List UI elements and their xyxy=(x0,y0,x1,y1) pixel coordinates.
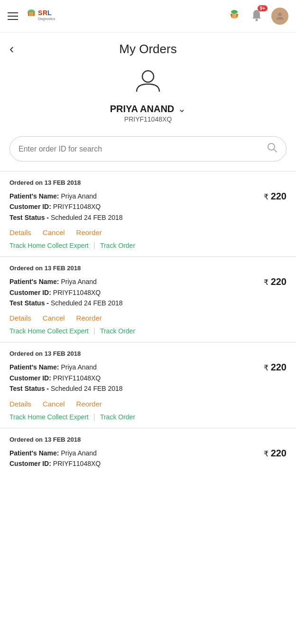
order-patient-name: Patient's Name: Priya Anand xyxy=(9,276,264,287)
svg-text:Diagnostics: Diagnostics xyxy=(38,17,56,21)
order-actions: DetailsCancelReorder xyxy=(9,400,287,408)
hamburger-menu[interactable] xyxy=(8,12,18,20)
order-card: Ordered on 13 FEB 2018 Patient's Name: P… xyxy=(0,342,296,427)
order-test-status: Test Status - Scheduled 24 FEB 2018 xyxy=(9,212,264,223)
svg-point-10 xyxy=(231,10,238,14)
order-action-details[interactable]: Details xyxy=(9,314,31,322)
order-action-cancel[interactable]: Cancel xyxy=(43,400,65,408)
order-date: Ordered on 13 FEB 2018 xyxy=(9,179,287,186)
notification-badge: 9+ xyxy=(258,5,268,11)
order-patient-name: Patient's Name: Priya Anand xyxy=(9,448,264,458)
track-home-collect-expert-link[interactable]: Track Home Collect Expert xyxy=(9,242,89,249)
track-order-link[interactable]: Track Order xyxy=(100,413,135,421)
order-action-reorder[interactable]: Reorder xyxy=(76,228,102,237)
order-action-cancel[interactable]: Cancel xyxy=(43,228,65,237)
order-patient-name: Patient's Name: Priya Anand xyxy=(9,362,264,372)
order-action-reorder[interactable]: Reorder xyxy=(76,314,102,322)
order-customer-id: Customer ID: PRIYF11048XQ xyxy=(9,201,264,212)
track-home-collect-expert-link[interactable]: Track Home Collect Expert xyxy=(9,327,89,335)
order-body: Patient's Name: Priya Anand Customer ID:… xyxy=(9,448,287,469)
order-track-row: Track Home Collect Expert | Track Order xyxy=(9,327,287,335)
order-patient-name: Patient's Name: Priya Anand xyxy=(9,191,264,201)
order-customer-id: Customer ID: PRIYF11048XQ xyxy=(9,373,264,383)
order-track-row: Track Home Collect Expert | Track Order xyxy=(9,241,287,250)
order-card: Ordered on 13 FEB 2018 Patient's Name: P… xyxy=(0,256,296,342)
order-action-cancel[interactable]: Cancel xyxy=(43,314,65,322)
order-actions: DetailsCancelReorder xyxy=(9,314,287,322)
track-order-link[interactable]: Track Order xyxy=(100,327,135,335)
header-left: S R L Diagnostics xyxy=(8,6,66,27)
profile-name-row: PRIYA ANAND ⌄ xyxy=(110,103,186,114)
back-button[interactable]: ‹ xyxy=(9,41,14,57)
user-avatar[interactable] xyxy=(271,8,288,25)
order-price: ₹ 220 xyxy=(264,276,287,287)
notification-bell[interactable]: 9+ xyxy=(250,8,264,24)
profile-section: PRIYA ANAND ⌄ PRIYF11048XQ xyxy=(0,61,296,133)
track-separator: | xyxy=(93,241,95,250)
order-test-status: Test Status - Scheduled 24 FEB 2018 xyxy=(9,383,264,394)
order-price: ₹ 220 xyxy=(264,448,287,459)
order-date: Ordered on 13 FEB 2018 xyxy=(9,436,287,443)
page-title-area: ‹ My Orders xyxy=(0,33,296,61)
svg-point-14 xyxy=(256,19,258,21)
order-price: ₹ 220 xyxy=(264,191,287,202)
order-customer-id: Customer ID: PRIYF11048XQ xyxy=(9,287,264,298)
order-action-details[interactable]: Details xyxy=(9,228,31,237)
search-icon xyxy=(267,142,278,155)
order-track-row: Track Home Collect Expert | Track Order xyxy=(9,413,287,421)
svg-text:R: R xyxy=(43,9,47,17)
track-home-collect-expert-link[interactable]: Track Home Collect Expert xyxy=(9,413,89,421)
svg-text:S: S xyxy=(38,9,42,17)
order-action-reorder[interactable]: Reorder xyxy=(76,400,102,408)
logo: S R L Diagnostics xyxy=(24,6,66,27)
page-title: My Orders xyxy=(119,42,176,57)
order-body: Patient's Name: Priya Anand Customer ID:… xyxy=(9,276,287,308)
order-card: Ordered on 13 FEB 2018 Patient's Name: P… xyxy=(0,428,296,474)
order-customer-id: Customer ID: PRIYF11048XQ xyxy=(9,458,264,469)
order-test-status: Test Status - Scheduled 24 FEB 2018 xyxy=(9,298,264,308)
order-date: Ordered on 13 FEB 2018 xyxy=(9,350,287,357)
svg-point-15 xyxy=(278,13,281,16)
profile-icon xyxy=(134,66,162,100)
order-info: Patient's Name: Priya Anand Customer ID:… xyxy=(9,191,264,223)
track-separator: | xyxy=(93,413,95,421)
orders-list: Ordered on 13 FEB 2018 Patient's Name: P… xyxy=(0,171,296,474)
order-date: Ordered on 13 FEB 2018 xyxy=(9,265,287,272)
cart-icon[interactable] xyxy=(227,7,242,26)
order-body: Patient's Name: Priya Anand Customer ID:… xyxy=(9,362,287,394)
order-price: ₹ 220 xyxy=(264,362,287,373)
profile-dropdown-icon[interactable]: ⌄ xyxy=(178,103,186,114)
logo-svg: S R L Diagnostics xyxy=(24,6,66,25)
app-header: S R L Diagnostics 9+ xyxy=(0,0,296,33)
profile-customer-id: PRIYF11048XQ xyxy=(124,115,172,123)
order-info: Patient's Name: Priya Anand Customer ID:… xyxy=(9,448,264,469)
order-action-details[interactable]: Details xyxy=(9,400,31,408)
order-card: Ordered on 13 FEB 2018 Patient's Name: P… xyxy=(0,171,296,256)
order-info: Patient's Name: Priya Anand Customer ID:… xyxy=(9,362,264,394)
track-separator: | xyxy=(93,327,95,335)
track-order-link[interactable]: Track Order xyxy=(100,242,135,249)
search-input[interactable] xyxy=(18,145,267,153)
svg-text:L: L xyxy=(47,9,52,17)
order-body: Patient's Name: Priya Anand Customer ID:… xyxy=(9,191,287,223)
svg-line-18 xyxy=(274,149,277,152)
order-actions: DetailsCancelReorder xyxy=(9,228,287,237)
search-bar xyxy=(9,136,287,161)
profile-name: PRIYA ANAND xyxy=(110,104,175,114)
svg-point-16 xyxy=(142,71,154,82)
header-right: 9+ xyxy=(227,7,288,26)
order-info: Patient's Name: Priya Anand Customer ID:… xyxy=(9,276,264,308)
